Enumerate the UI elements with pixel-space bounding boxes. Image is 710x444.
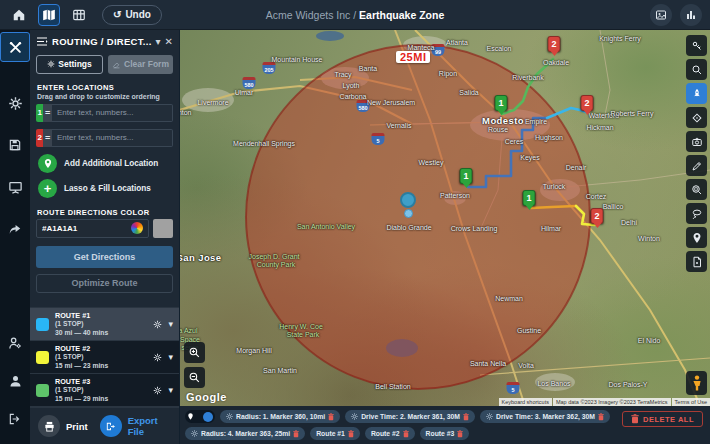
export-file-label[interactable]: Export File [128,415,171,437]
export-file-button[interactable] [100,415,122,437]
location-input-2[interactable] [52,129,173,147]
route-row-3[interactable]: ROUTE #3(1 STOP)15 mi — 29 mins▾ [30,374,179,407]
route-row-1[interactable]: ROUTE #1(1 STOP)30 mi — 40 mins▾ [30,308,179,341]
zoom-in-button[interactable] [184,342,205,363]
enter-locations-heading: ENTER LOCATIONS [30,80,179,92]
chevron-down-icon[interactable]: ▾ [168,352,173,362]
analytics-button[interactable] [680,4,702,26]
left-tool-rail [0,30,30,444]
location-badge-2: 2 [36,129,43,147]
zoom-area-tool-button[interactable] [686,179,707,200]
layer-chip-label: Route #3 [426,430,455,437]
camera-tool-button[interactable] [686,131,707,152]
pegman-button[interactable] [686,371,707,395]
layer-chip[interactable]: Route #1 [310,427,360,440]
search-tool-button[interactable] [686,59,707,80]
trash-icon[interactable] [403,430,409,438]
eraser-icon [112,60,121,69]
clear-form-label: Clear Form [124,59,169,69]
save-button[interactable] [0,130,30,160]
rocket-tool-button[interactable] [686,83,707,104]
file-pin-tool-button[interactable] [686,251,707,272]
plus-icon: + [38,179,57,198]
layer-chip[interactable]: Route #3 [420,427,470,440]
layer-chip[interactable]: Route #2 [365,427,415,440]
color-hex-input[interactable] [42,224,127,233]
clear-form-button[interactable]: Clear Form [108,55,173,74]
grid-view-button[interactable] [68,4,90,26]
layer-chip[interactable]: Radius: 4. Marker 363, 25mi [185,427,305,440]
gear-icon[interactable] [153,353,162,362]
delete-all-button[interactable]: DELETE ALL [622,411,703,427]
map-canvas[interactable]: 2055805805995 Mountain HouseTracyBantaLy… [180,30,710,406]
optimize-route-button[interactable]: Optimize Route [36,274,173,294]
keyboard-shortcuts-link[interactable]: Keyboard shortcuts [499,398,552,406]
tools-button[interactable] [0,32,30,62]
undo-button[interactable]: ↺ Undo [102,5,162,25]
location-input-1[interactable] [52,104,173,122]
undo-label: Undo [125,9,151,20]
trash-icon[interactable] [457,430,463,438]
trash-icon[interactable] [328,413,334,421]
gear-icon[interactable] [153,386,162,395]
route-row-2[interactable]: ROUTE #2(1 STOP)15 mi — 23 mins▾ [30,341,179,374]
chevron-down-icon[interactable]: ▾ [168,319,173,329]
lasso-fill-button[interactable]: + Lasso & Fill Locations [38,179,173,198]
pin-tool-button[interactable] [686,227,707,248]
wrench-tool-button[interactable] [686,35,707,56]
chevron-down-icon[interactable]: ▾ [156,36,161,47]
user-settings-button[interactable] [0,328,30,358]
pin-visibility-toggle[interactable] [185,410,215,423]
logout-icon [8,412,22,426]
layer-chip[interactable]: Drive Time: 3. Marker 362, 30M [480,410,610,423]
settings-button[interactable]: Settings [36,55,103,74]
color-input-box [36,219,149,238]
support-button[interactable] [0,366,30,396]
delete-all-label: DELETE ALL [643,415,694,424]
map-data-credit: Map data ©2023 Imagery ©2023 TerraMetric… [553,398,671,406]
color-swatch[interactable] [153,219,173,238]
color-wheel-icon[interactable] [131,222,143,234]
routing-panel: ROUTING / DIRECT... ▾ ✕ Settings Clear F… [30,30,180,444]
drag-handle[interactable]: = [43,104,52,122]
trash-icon[interactable] [348,430,354,438]
location-pin-icon [187,412,194,421]
gear-icon[interactable] [153,320,162,329]
trash-icon[interactable] [293,430,299,438]
zoom-out-button[interactable] [184,367,205,388]
layer-chip[interactable]: Drive Time: 2. Marker 361, 30M [345,410,475,423]
add-location-button[interactable]: Add Additional Location [38,154,173,173]
logout-button[interactable] [0,404,30,434]
top-bar: ↺ Undo Acme Widgets Inc / Earthquake Zon… [0,0,710,30]
save-icon [8,138,22,152]
home-button[interactable] [8,4,30,26]
crossed-tools-icon [8,40,23,55]
settings-rail-button[interactable] [0,88,30,118]
trash-icon[interactable] [598,413,604,421]
gear-icon [486,413,493,420]
share-arrow-icon [8,222,22,236]
map-view-button[interactable] [38,4,60,26]
layer-chip[interactable]: Radius: 1. Marker 360, 10mi [220,410,340,423]
drag-handle[interactable]: = [43,129,52,147]
toggle-knob [203,412,213,422]
lasso-icon [691,208,703,220]
close-icon[interactable]: ✕ [165,36,173,47]
screenshot-button[interactable] [650,4,672,26]
route-color-swatch[interactable] [36,318,49,331]
route-color-swatch[interactable] [36,384,49,397]
terms-link[interactable]: Terms of Use [672,398,710,406]
trash-icon[interactable] [463,413,469,421]
get-directions-button[interactable]: Get Directions [36,246,173,268]
route-color-swatch[interactable] [36,351,49,364]
chevron-down-icon[interactable]: ▾ [168,385,173,395]
locate-tool-button[interactable] [686,107,707,128]
home-icon [12,8,26,22]
print-label[interactable]: Print [66,421,88,432]
lasso-tool-button[interactable] [686,203,707,224]
add-location-label: Add Additional Location [64,159,158,168]
share-button[interactable] [0,214,30,244]
print-button[interactable] [38,415,60,437]
draw-tool-button[interactable] [686,155,707,176]
presentation-button[interactable] [0,172,30,202]
